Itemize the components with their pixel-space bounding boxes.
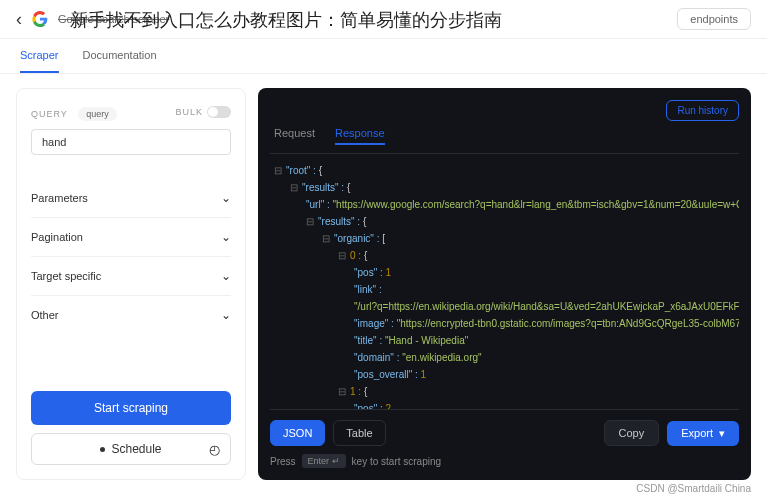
tab-documentation[interactable]: Documentation (83, 49, 157, 73)
query-row: QUERY query BULK (31, 103, 231, 121)
tab-request[interactable]: Request (274, 127, 315, 145)
chevron-down-icon: ⌄ (221, 269, 231, 283)
copy-button[interactable]: Copy (604, 420, 660, 446)
query-input[interactable] (31, 129, 231, 155)
json-format-button[interactable]: JSON (270, 420, 325, 446)
response-footer: JSON Table Copy Export▾ (270, 409, 739, 446)
google-icon (32, 11, 48, 27)
query-pill: query (78, 107, 117, 121)
response-tabs: Request Response (270, 127, 739, 154)
run-history-button[interactable]: Run history (666, 100, 739, 121)
table-format-button[interactable]: Table (333, 420, 385, 446)
accordion-other[interactable]: Other⌄ (31, 295, 231, 334)
clock-icon: ◴ (209, 442, 220, 457)
back-arrow-icon[interactable]: ‹ (16, 9, 22, 30)
left-panel: QUERY query BULK Parameters⌄ Pagination⌄… (16, 88, 246, 480)
main-tabs: Scraper Documentation (0, 39, 767, 74)
bulk-label: BULK (175, 107, 203, 117)
main-content: QUERY query BULK Parameters⌄ Pagination⌄… (0, 74, 767, 494)
json-viewer[interactable]: ⊟"root" : { ⊟"results" : { "url" : "http… (270, 154, 739, 409)
dot-icon (100, 447, 105, 452)
panel-footer: Start scraping Schedule◴ (31, 391, 231, 465)
export-button[interactable]: Export▾ (667, 421, 739, 446)
accordion-target-specific[interactable]: Target specific⌄ (31, 256, 231, 295)
query-label: QUERY (31, 109, 68, 119)
overlay-title: 新手找不到入口怎么办教程图片：简单易懂的分步指南 (70, 8, 502, 32)
endpoints-button[interactable]: endpoints (677, 8, 751, 30)
watermark: CSDN @Smartdaili China (636, 483, 751, 494)
accordion-parameters[interactable]: Parameters⌄ (31, 179, 231, 217)
accordion-list: Parameters⌄ Pagination⌄ Target specific⌄… (31, 179, 231, 334)
chevron-down-icon: ▾ (719, 427, 725, 440)
schedule-button[interactable]: Schedule◴ (31, 433, 231, 465)
tab-response[interactable]: Response (335, 127, 385, 145)
chevron-down-icon: ⌄ (221, 230, 231, 244)
right-panel: Run history Request Response ⊟"root" : {… (258, 88, 751, 480)
tab-scraper[interactable]: Scraper (20, 49, 59, 73)
start-scraping-button[interactable]: Start scraping (31, 391, 231, 425)
chevron-down-icon: ⌄ (221, 191, 231, 205)
bulk-toggle[interactable] (207, 106, 231, 118)
chevron-down-icon: ⌄ (221, 308, 231, 322)
enter-key-badge: Enter ↵ (302, 454, 346, 468)
accordion-pagination[interactable]: Pagination⌄ (31, 217, 231, 256)
keyboard-hint: Press Enter ↵ key to start scraping (270, 454, 739, 468)
